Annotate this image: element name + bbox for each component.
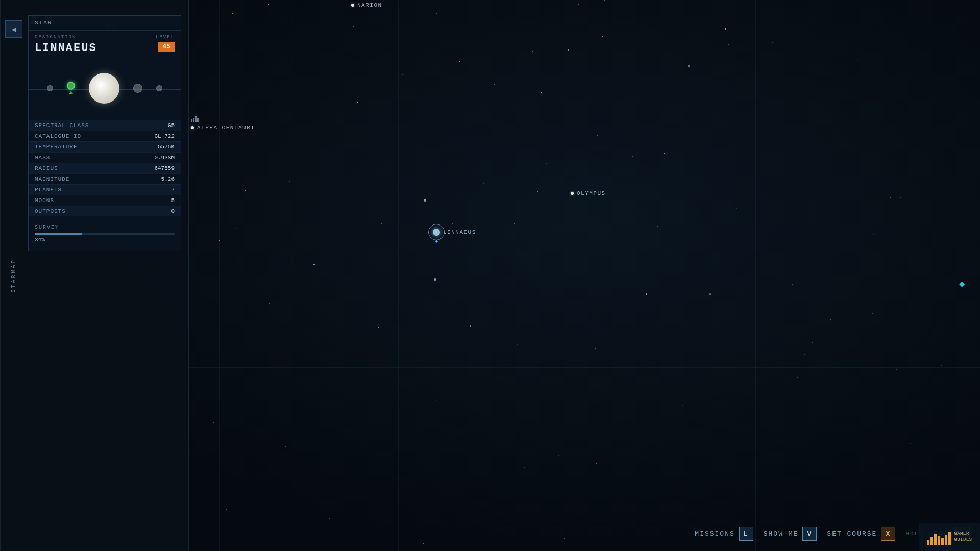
ambient-star bbox=[267, 411, 268, 412]
ambient-star bbox=[381, 223, 382, 224]
map-star-olympus[interactable]: OLYMPUS bbox=[571, 190, 606, 196]
ambient-star bbox=[863, 73, 863, 73]
star-name-level-row: LINNAEUS 45 bbox=[29, 42, 181, 59]
ambient-star bbox=[699, 500, 699, 501]
map-star-narion[interactable]: NARION bbox=[351, 2, 382, 8]
stat-value-4: 647559 bbox=[154, 165, 175, 171]
star-label-linnaeus: LINNAEUS bbox=[443, 229, 476, 235]
ambient-star bbox=[226, 509, 227, 510]
ambient-star bbox=[816, 120, 817, 121]
ambient-star bbox=[773, 210, 774, 210]
ambient-star bbox=[917, 520, 918, 521]
bg-star-dot bbox=[219, 240, 220, 241]
stat-label-4: RADIUS bbox=[35, 165, 58, 171]
bg-star-dot bbox=[313, 264, 315, 265]
star-level-badge: 45 bbox=[158, 42, 175, 52]
grid-line-v3 bbox=[577, 0, 577, 551]
orbit-body-4 bbox=[133, 84, 142, 93]
ambient-star bbox=[402, 74, 403, 75]
bg-star-dot bbox=[602, 36, 603, 37]
star-label-olympus: OLYMPUS bbox=[577, 190, 606, 196]
ambient-star bbox=[580, 134, 580, 135]
ambient-star bbox=[423, 543, 424, 544]
missions-key[interactable]: L bbox=[739, 527, 753, 541]
ambient-star bbox=[876, 502, 876, 502]
missions-hud-item[interactable]: MISSIONS L bbox=[695, 527, 753, 541]
bg-star-dot bbox=[434, 278, 436, 281]
gg-bar bbox=[945, 535, 947, 545]
ambient-star bbox=[540, 95, 541, 95]
show-me-hud-item[interactable]: SHOW ME V bbox=[764, 527, 817, 541]
stat-catalogue-id: CATALOGUE ID GL 722 bbox=[29, 131, 181, 141]
ambient-star bbox=[632, 156, 633, 157]
star-title-row: DESIGNATION LEVEL bbox=[29, 31, 181, 42]
ambient-star bbox=[910, 443, 911, 444]
ambient-star bbox=[356, 536, 356, 537]
ambient-star bbox=[547, 85, 548, 85]
ambient-star bbox=[597, 135, 598, 136]
ambient-star bbox=[442, 322, 443, 322]
sidebar-toggle-button[interactable]: ◀ bbox=[5, 20, 22, 38]
stat-moons: MOONS 5 bbox=[29, 195, 181, 206]
ambient-star bbox=[804, 354, 805, 355]
ambient-star bbox=[941, 365, 942, 366]
orbit-body-2[interactable] bbox=[67, 82, 75, 94]
bg-star-dot bbox=[232, 13, 233, 14]
ambient-star bbox=[812, 342, 813, 343]
orbit-body-5 bbox=[156, 85, 162, 91]
stat-value-1: GL 722 bbox=[154, 133, 175, 139]
survey-section: SURVEY 34% bbox=[29, 219, 181, 251]
stat-label-2: TEMPERATURE bbox=[35, 144, 78, 150]
ambient-star bbox=[668, 214, 668, 214]
orbit-selected-indicator bbox=[68, 91, 74, 94]
gg-bar bbox=[927, 540, 929, 545]
ambient-star bbox=[296, 488, 297, 488]
ambient-star bbox=[412, 356, 413, 357]
ambient-star bbox=[890, 197, 891, 198]
alpha-centauri-icon-area bbox=[191, 116, 199, 122]
show-me-key[interactable]: V bbox=[802, 527, 817, 541]
stat-label-3: MASS bbox=[35, 155, 50, 161]
bg-star-dot bbox=[709, 293, 711, 295]
ambient-star bbox=[868, 197, 868, 198]
ambient-star bbox=[777, 77, 778, 77]
ambient-star bbox=[771, 84, 771, 85]
designation-label-text: DESIGNATION bbox=[35, 35, 76, 40]
ambient-star bbox=[781, 348, 781, 349]
stat-value-8: 0 bbox=[171, 208, 175, 214]
ambient-star bbox=[296, 171, 297, 172]
star-label-narion: NARION bbox=[357, 2, 382, 8]
ambient-star bbox=[546, 163, 547, 164]
stat-spectral-class: SPECTRAL CLASS G5 bbox=[29, 120, 181, 131]
ambient-star bbox=[542, 207, 543, 207]
star-name-display: LINNAEUS bbox=[35, 42, 97, 55]
ambient-star bbox=[436, 13, 437, 14]
panel-section-label: STAR bbox=[29, 16, 181, 31]
set-course-key[interactable]: X bbox=[881, 527, 895, 541]
ambient-star bbox=[792, 284, 793, 285]
orbit-bodies-container bbox=[35, 73, 175, 104]
ambient-star bbox=[607, 71, 608, 71]
ambient-star bbox=[517, 344, 518, 345]
ambient-star bbox=[800, 102, 800, 103]
star-dot-alpha-centauri bbox=[191, 126, 194, 129]
ambient-star bbox=[399, 20, 400, 20]
ambient-star bbox=[414, 369, 415, 369]
ambient-star bbox=[384, 450, 384, 450]
ambient-star bbox=[353, 26, 354, 27]
ambient-star bbox=[483, 183, 484, 184]
map-star-linnaeus[interactable]: ⬥ LINNAEUS bbox=[433, 229, 476, 236]
ambient-star bbox=[603, 468, 604, 468]
main-star-body bbox=[89, 73, 119, 104]
map-star-alpha-centauri[interactable]: ALPHA CENTAURI bbox=[191, 124, 255, 131]
stat-value-5: 5.26 bbox=[161, 176, 175, 182]
ambient-star bbox=[443, 351, 443, 352]
ambient-star bbox=[817, 268, 817, 269]
level-label-text: LEVEL bbox=[156, 35, 175, 40]
current-location-indicator: ◆ bbox=[959, 278, 965, 289]
ambient-star bbox=[235, 450, 235, 451]
set-course-hud-item[interactable]: SET COURSE X bbox=[827, 527, 895, 541]
ambient-star bbox=[630, 126, 631, 126]
ambient-star bbox=[797, 377, 798, 378]
ambient-star bbox=[283, 438, 284, 439]
